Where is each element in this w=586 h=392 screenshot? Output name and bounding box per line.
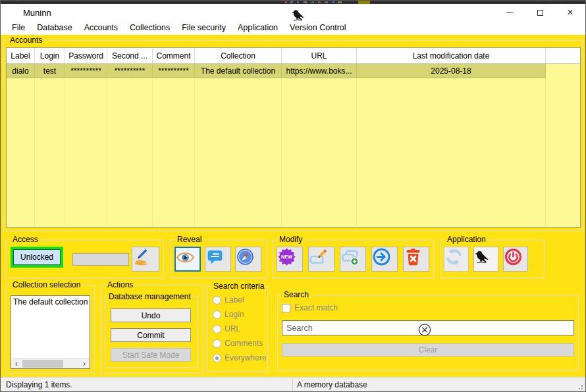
- collection-selection-group: Collection selection The default collect…: [6, 285, 95, 374]
- status-database-info: A memory database: [297, 380, 367, 389]
- column-header-url[interactable]: URL: [282, 48, 357, 63]
- menu-collections[interactable]: Collections: [124, 21, 176, 35]
- account-row[interactable]: dialotest******************************T…: [7, 64, 580, 78]
- search-group-label: Search: [282, 290, 311, 299]
- column-header-blank: [546, 48, 580, 63]
- speech-bubble-icon: [205, 247, 230, 271]
- column-header-collection[interactable]: Collection: [195, 48, 282, 63]
- application-group-label: Application: [445, 235, 488, 244]
- duplicate-icon: [340, 247, 365, 271]
- collection-list-item[interactable]: The default collection: [11, 296, 90, 308]
- database-management-label: Database management: [107, 292, 192, 301]
- column-header-password[interactable]: Password: [65, 48, 107, 63]
- radio-icon: [213, 354, 221, 362]
- account-cell: **********: [153, 64, 195, 78]
- exact-match-checkbox: [282, 304, 290, 312]
- accounts-table-empty-area: [7, 78, 580, 227]
- menu-file-security[interactable]: File security: [176, 21, 232, 35]
- access-group: Access Unlocked: [6, 239, 164, 278]
- column-header-label[interactable]: Label: [7, 48, 35, 63]
- delete-trash-icon: [404, 247, 429, 271]
- close-icon: ×: [567, 7, 573, 18]
- column-header-comment[interactable]: Comment: [153, 48, 195, 63]
- column-header-second[interactable]: Second ...: [107, 48, 153, 63]
- unlock-highlight: Unlocked: [11, 247, 63, 268]
- empty-column-area: [153, 78, 195, 227]
- menu-file[interactable]: File: [6, 21, 31, 35]
- edit-account-button[interactable]: [308, 247, 334, 272]
- radio-label: Login: [225, 310, 244, 319]
- title-bar: Muninn ×: [1, 4, 585, 21]
- account-cell: https://www.boks...: [282, 64, 357, 78]
- arrow-right-circle-icon: [372, 247, 397, 271]
- empty-column-area: [65, 78, 107, 227]
- account-cell-blank: [546, 64, 580, 78]
- empty-column-area: [282, 78, 357, 227]
- edit-pencil-icon: [309, 247, 334, 271]
- reveal-password-button[interactable]: [174, 247, 201, 272]
- radio-option-url: URL: [213, 324, 266, 334]
- minimize-icon: [506, 12, 513, 13]
- accounts-group: Accounts LabelLoginPasswordSecond ...Com…: [3, 40, 583, 232]
- duplicate-account-button[interactable]: [340, 247, 366, 272]
- menu-accounts[interactable]: Accounts: [78, 21, 124, 35]
- exact-match-label: Exact match: [294, 303, 338, 312]
- account-cell: dialo: [7, 64, 35, 78]
- column-header-last-modification-date[interactable]: Last modification date: [357, 48, 546, 63]
- modify-group-label: Modify: [277, 235, 304, 244]
- maximize-icon: [537, 10, 543, 16]
- radio-option-label: Label: [213, 295, 266, 305]
- column-header-login[interactable]: Login: [35, 48, 65, 63]
- status-divider: [292, 379, 293, 391]
- signing-hand-icon: [132, 247, 159, 271]
- reveal-comment-button[interactable]: [205, 247, 231, 272]
- delete-account-button[interactable]: [403, 247, 429, 272]
- empty-column-area: [546, 78, 580, 227]
- empty-column-area: [35, 78, 65, 227]
- minimize-button[interactable]: [494, 4, 525, 21]
- unlocked-button[interactable]: Unlocked: [13, 249, 61, 265]
- quit-button[interactable]: [503, 247, 528, 272]
- svg-text:NEW: NEW: [281, 254, 292, 260]
- move-account-button[interactable]: [371, 247, 398, 272]
- empty-column-area: [107, 78, 153, 227]
- undo-button[interactable]: Undo: [111, 308, 191, 322]
- account-cell: test: [35, 64, 65, 78]
- radio-icon: [213, 325, 221, 333]
- account-cell: **********: [65, 64, 107, 78]
- commit-button[interactable]: Commit: [111, 328, 191, 342]
- master-key-field: [72, 253, 129, 266]
- account-cell: 2025-08-18: [357, 64, 546, 78]
- radio-label: Comments: [225, 339, 263, 348]
- scroll-left-arrow-icon[interactable]: ‹: [11, 358, 22, 369]
- open-url-button[interactable]: [235, 247, 261, 272]
- radio-icon: [213, 296, 221, 305]
- close-button[interactable]: ×: [555, 4, 585, 21]
- resize-grip-dot: [579, 388, 580, 389]
- horizontal-scrollbar[interactable]: ‹ ›: [11, 358, 90, 368]
- access-group-label: Access: [11, 235, 40, 244]
- compass-icon: [236, 247, 261, 271]
- scroll-right-arrow-icon[interactable]: ›: [79, 358, 90, 369]
- account-cell: **********: [107, 64, 153, 78]
- maximize-button[interactable]: [525, 4, 555, 21]
- modify-group: Modify NEW: [273, 239, 434, 278]
- window-title: Muninn: [23, 8, 51, 18]
- clear-x-icon[interactable]: [279, 322, 571, 337]
- about-muninn-button[interactable]: [473, 247, 498, 272]
- sign-button[interactable]: [132, 247, 159, 272]
- resize-grip[interactable]: [581, 388, 583, 389]
- collection-listbox[interactable]: The default collection ‹ ›: [11, 295, 90, 369]
- empty-column-area: [195, 78, 282, 227]
- menu-application[interactable]: Application: [232, 21, 284, 35]
- scrollbar-thumb[interactable]: [22, 360, 63, 368]
- radio-label: Everywhere: [225, 353, 266, 362]
- new-account-button[interactable]: NEW: [277, 247, 303, 272]
- radio-option-login: Login: [213, 309, 266, 320]
- menu-database[interactable]: Database: [31, 21, 78, 35]
- empty-column-area: [7, 78, 35, 227]
- menu-version-control[interactable]: Version Control: [284, 21, 352, 35]
- accounts-group-label: Accounts: [8, 36, 44, 45]
- actions-group: Actions Database management UndoCommitSt…: [101, 285, 203, 374]
- menu-bar: FileDatabaseAccountsCollectionsFile secu…: [1, 21, 585, 35]
